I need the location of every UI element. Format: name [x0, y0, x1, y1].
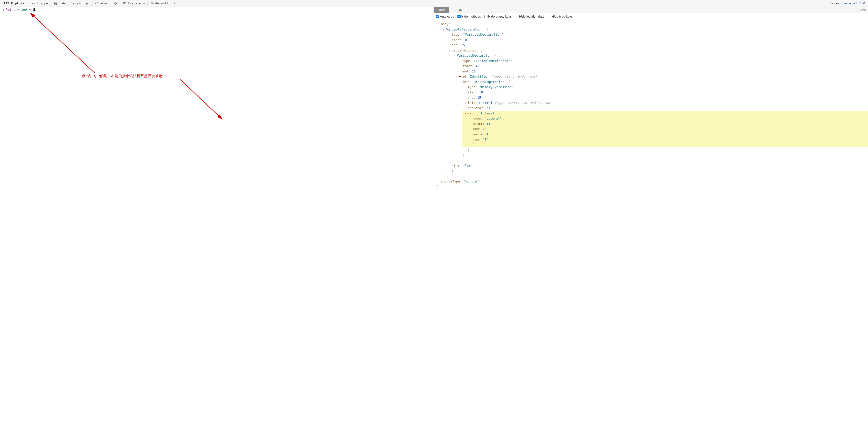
parser-info-label: Parser:	[830, 1, 844, 5]
opt-hide-type[interactable]: Hide type keys	[548, 14, 572, 18]
prop-operator: operator: "+"	[462, 105, 868, 111]
parser-version-link[interactable]: acorn-8.3.0	[844, 1, 867, 5]
code-brackets-icon	[95, 1, 99, 5]
toggle-icon	[123, 1, 126, 5]
type-identifier[interactable]: Identifier	[470, 75, 489, 78]
parser-settings-button[interactable]	[112, 0, 119, 7]
hide-location-label: Hide location data	[519, 14, 544, 18]
prop-end: end: 15	[462, 95, 868, 100]
type-variable-declarator[interactable]: VariableDeclarator	[457, 54, 491, 57]
help-button[interactable]: ?	[172, 0, 178, 7]
token-eq[interactable]: =	[17, 8, 21, 11]
expand-icon[interactable]: +	[458, 74, 461, 79]
code-editor[interactable]: 1 let a = 100 + 1	[0, 7, 434, 11]
token-let[interactable]: let	[6, 8, 11, 11]
hide-methods-checkbox[interactable]	[458, 15, 461, 18]
cloud-icon	[62, 1, 66, 5]
parse-timing: 3ms	[858, 8, 868, 12]
collapse-icon[interactable]: -	[448, 48, 451, 53]
collapse-icon[interactable]: -	[437, 22, 440, 27]
type-variable-declaration[interactable]: VariableDeclaration	[446, 28, 483, 31]
opt-autofocus[interactable]: Autofocus	[436, 14, 454, 18]
prop-start: start: 8	[462, 90, 868, 95]
node-variable-declarator[interactable]: - VariableDeclarator { type: "VariableDe…	[452, 53, 868, 158]
type-binaryexpression[interactable]: BinaryExpression	[474, 80, 504, 84]
ast-output-pane: Tree JSON 3ms Autofocus Hide methods Hid…	[434, 7, 868, 422]
tree-options: Autofocus Hide methods Hide empty keys H…	[434, 13, 868, 20]
key-body: body	[441, 22, 448, 26]
hide-empty-checkbox[interactable]	[484, 15, 488, 18]
opt-hide-methods[interactable]: Hide methods	[458, 14, 481, 18]
separator	[171, 1, 171, 6]
token-a[interactable]: a	[11, 8, 17, 11]
prop-start: start: 0	[446, 37, 868, 43]
output-tabs: Tree JSON 3ms	[434, 7, 868, 13]
line-number: 1	[0, 8, 6, 11]
hide-empty-label: Hide empty keys	[488, 14, 512, 18]
close-brace: }	[446, 168, 868, 174]
close-brace: }	[462, 147, 868, 153]
tab-json[interactable]: JSON	[450, 7, 467, 13]
node-body[interactable]: - body: [ - VariableDeclaration { type: …	[435, 22, 868, 179]
opt-hide-location[interactable]: Hide location data	[515, 14, 544, 18]
prop-end: end: 15	[446, 42, 868, 48]
node-variable-declaration[interactable]: - VariableDeclaration { type: "VariableD…	[441, 27, 868, 174]
node-right-highlighted[interactable]: - right: Literal { type: "Literal" start…	[462, 111, 868, 148]
default-label: default	[155, 1, 169, 5]
token-1[interactable]: 1	[33, 8, 35, 11]
hide-location-checkbox[interactable]	[515, 15, 518, 18]
svg-line-9	[31, 13, 95, 73]
cloud-button[interactable]	[60, 0, 68, 7]
default-button[interactable]: default	[148, 0, 170, 7]
code-editor-pane[interactable]: 1 let a = 100 + 1 点击语句中的词，右边的抽象语法树节点便会被选…	[0, 7, 434, 422]
close-brace: }	[468, 142, 868, 148]
transform-label: Transform	[128, 1, 145, 5]
node-left[interactable]: + left: Literal {type, start, end, value…	[462, 100, 868, 106]
ast-tree[interactable]: - body: [ - VariableDeclaration { type: …	[434, 20, 868, 422]
prop-start: start: 14	[468, 121, 868, 127]
node-declarations[interactable]: - declarations: [ - VariableDeclarator {…	[446, 48, 868, 163]
left-summary: {type, start, end, value, raw}	[495, 101, 552, 105]
prop-start: start: 4	[457, 63, 868, 69]
node-id[interactable]: + id: Identifier {type, start, end, name…	[457, 74, 868, 79]
save-button[interactable]	[52, 0, 60, 7]
keyboard-icon	[150, 1, 154, 5]
parser-selector[interactable]: acorn	[93, 0, 112, 7]
text-cursor	[34, 8, 35, 11]
snippet-button[interactable]: Snippet	[30, 0, 52, 7]
save-icon	[54, 1, 58, 5]
token-plus[interactable]: +	[27, 8, 32, 11]
collapse-icon[interactable]: -	[458, 79, 461, 85]
transform-button[interactable]: Transform	[121, 0, 147, 7]
close-bracket: ]	[441, 174, 868, 179]
autofocus-checkbox[interactable]	[436, 15, 439, 18]
svg-rect-3	[151, 3, 153, 4]
annotation-arrow-left	[24, 11, 98, 77]
prop-kind: kind: "let"	[446, 163, 868, 168]
type-literal-right[interactable]: Literal	[481, 111, 495, 115]
expand-icon[interactable]: +	[464, 100, 467, 106]
separator	[92, 1, 93, 6]
brand: AST Explorer	[1, 1, 28, 5]
tab-tree[interactable]: Tree	[434, 7, 450, 13]
main-split: 1 let a = 100 + 1 点击语句中的词，右边的抽象语法树节点便会被选…	[0, 7, 868, 422]
collapse-icon[interactable]: -	[442, 27, 445, 32]
collapse-icon[interactable]: -	[464, 111, 467, 116]
node-init[interactable]: - init: BinaryExpression { type: "Binary…	[457, 79, 868, 153]
hide-type-checkbox[interactable]	[548, 15, 551, 18]
code-line[interactable]: let a = 100 + 1	[6, 8, 35, 11]
language-selector[interactable]: JavaScript	[69, 0, 92, 7]
token-100[interactable]: 100	[21, 8, 27, 11]
prop-type: type: "VariableDeclaration"	[446, 32, 868, 37]
collapse-icon[interactable]: -	[453, 53, 456, 58]
key-left: left	[468, 101, 475, 105]
id-summary: {type, start, end, name}	[491, 75, 537, 78]
prop-raw: raw: "1"	[468, 137, 868, 142]
prop-end: end: 15	[468, 126, 868, 132]
key-init: init	[462, 80, 470, 84]
autofocus-label: Autofocus	[440, 14, 454, 18]
opt-hide-empty[interactable]: Hide empty keys	[484, 14, 512, 18]
type-literal-left[interactable]: Literal	[479, 101, 493, 105]
language-label: JavaScript	[71, 1, 90, 5]
separator	[68, 1, 68, 6]
